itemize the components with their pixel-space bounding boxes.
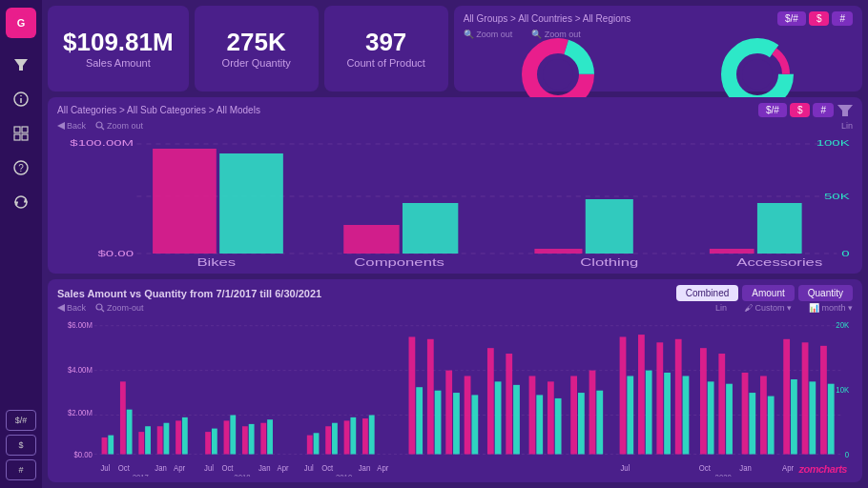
svg-text:Jan: Jan: [258, 462, 271, 473]
svg-rect-123: [828, 384, 835, 455]
dollar-btn[interactable]: $: [6, 435, 36, 456]
svg-rect-111: [708, 381, 714, 454]
svg-rect-105: [646, 371, 652, 455]
ts-month[interactable]: 📊 month ▾: [809, 303, 853, 313]
svg-rect-79: [350, 417, 356, 455]
svg-text:20K: 20K: [836, 319, 849, 330]
hash-btn[interactable]: #: [6, 459, 36, 480]
svg-rect-63: [164, 423, 170, 455]
svg-text:Oct: Oct: [221, 462, 234, 473]
dollar-hash-btn[interactable]: $/#: [6, 410, 36, 431]
svg-rect-59: [127, 410, 133, 455]
bar-zoom-btn[interactable]: Zoom out: [95, 121, 143, 131]
combined-btn[interactable]: Combined: [676, 285, 739, 301]
svg-rect-99: [578, 393, 585, 454]
svg-text:$0.00: $0.00: [73, 449, 93, 459]
filter-small-icon[interactable]: [837, 104, 853, 117]
svg-rect-7: [22, 127, 28, 132]
svg-text:$6.00M: $6.00M: [68, 319, 93, 330]
svg-rect-56: [102, 437, 108, 455]
ts-back-btn[interactable]: Back: [57, 303, 86, 313]
svg-rect-86: [445, 371, 452, 455]
svg-rect-114: [742, 373, 749, 455]
order-qty-label: Order Quantity: [222, 57, 291, 69]
svg-rect-121: [809, 381, 816, 454]
svg-rect-73: [267, 419, 273, 454]
layers-icon[interactable]: [6, 118, 36, 149]
svg-text:$0.00: $0.00: [98, 249, 134, 258]
bar-lin-btn[interactable]: Lin: [841, 121, 853, 131]
ts-zoom-btn[interactable]: Zoom-out: [95, 303, 144, 313]
svg-rect-98: [570, 376, 577, 454]
svg-text:Jul: Jul: [100, 462, 110, 473]
svg-rect-31: [219, 153, 283, 254]
svg-text:Clothing: Clothing: [580, 257, 638, 268]
svg-line-21: [102, 128, 105, 131]
svg-point-5: [20, 95, 22, 97]
svg-rect-120: [802, 342, 809, 454]
svg-rect-109: [683, 376, 690, 454]
svg-text:Oct: Oct: [321, 462, 334, 473]
svg-text:Jan: Jan: [739, 462, 752, 473]
kpi-cards: $109.81M Sales Amount 275K Order Quantit…: [48, 6, 448, 92]
svg-rect-106: [656, 342, 663, 454]
svg-rect-122: [820, 346, 827, 455]
ts-custom[interactable]: 🖌 Custom ▾: [744, 303, 792, 313]
bar-btn-group: $/# $ #: [758, 103, 834, 117]
bar-back-btn[interactable]: Back: [57, 121, 86, 131]
svg-rect-103: [627, 376, 633, 454]
timeseries-btn-group: Combined Amount Quantity: [676, 285, 853, 301]
svg-rect-64: [176, 420, 181, 454]
svg-text:2020: 2020: [715, 472, 732, 477]
svg-rect-88: [465, 376, 471, 454]
logo-icon[interactable]: G: [6, 8, 36, 38]
donut-btn-dollar-hash[interactable]: $/#: [777, 11, 806, 26]
donut-btn-hash[interactable]: #: [832, 11, 853, 26]
svg-rect-67: [212, 429, 217, 455]
sync-icon[interactable]: [6, 187, 36, 217]
watermark: zomcharts: [798, 463, 847, 475]
donut-zoom-2[interactable]: 🔍 Zoom out: [531, 30, 581, 39]
svg-rect-96: [548, 381, 554, 454]
bottom-row: Sales Amount vs Quantity from 7/1/2017 t…: [48, 279, 862, 482]
ts-lin[interactable]: Lin: [715, 303, 727, 313]
svg-rect-93: [513, 385, 520, 455]
timeseries-chart-area: $6.00M $4.00M $2.00M $0.00 20K 10K 0: [57, 315, 853, 477]
info-icon[interactable]: [6, 84, 36, 114]
donut-panel: All Groups > All Countries > All Regions…: [454, 6, 862, 92]
svg-text:100K: 100K: [816, 138, 851, 148]
svg-rect-62: [157, 426, 163, 454]
donut-btn-dollar[interactable]: $: [809, 11, 830, 26]
svg-rect-32: [343, 225, 399, 254]
svg-text:2018: 2018: [234, 472, 250, 477]
svg-rect-97: [555, 398, 562, 455]
svg-rect-65: [182, 417, 188, 455]
help-icon[interactable]: ?: [6, 152, 36, 183]
svg-rect-118: [783, 339, 790, 455]
svg-rect-57: [108, 436, 114, 455]
svg-rect-66: [205, 432, 211, 454]
donut-zoom-1[interactable]: 🔍 Zoom out: [464, 30, 513, 39]
svg-rect-101: [596, 391, 603, 455]
svg-rect-35: [586, 199, 633, 254]
bar-btn-dollar[interactable]: $: [790, 103, 811, 117]
svg-rect-87: [453, 393, 460, 454]
svg-rect-9: [22, 134, 28, 140]
bar-panel: All Categories > All Sub Categories > Al…: [48, 97, 862, 274]
svg-rect-74: [307, 436, 313, 455]
filter-icon[interactable]: [6, 50, 36, 80]
svg-text:Jul: Jul: [204, 462, 214, 473]
svg-text:$2.00M: $2.00M: [68, 407, 93, 417]
svg-rect-108: [675, 339, 682, 455]
svg-rect-70: [242, 426, 248, 454]
bar-chart-svg: $100.00M $0.00 100K 50K 0: [57, 134, 853, 268]
svg-point-17: [742, 59, 773, 90]
count-value: 397: [365, 29, 406, 56]
bar-btn-dollar-hash[interactable]: $/#: [758, 103, 787, 117]
quantity-btn[interactable]: Quantity: [798, 285, 853, 301]
order-qty-value: 275K: [227, 29, 286, 56]
amount-btn[interactable]: Amount: [742, 285, 794, 301]
svg-text:Apr: Apr: [278, 462, 289, 473]
svg-rect-116: [760, 376, 767, 454]
bar-btn-hash[interactable]: #: [813, 103, 834, 117]
